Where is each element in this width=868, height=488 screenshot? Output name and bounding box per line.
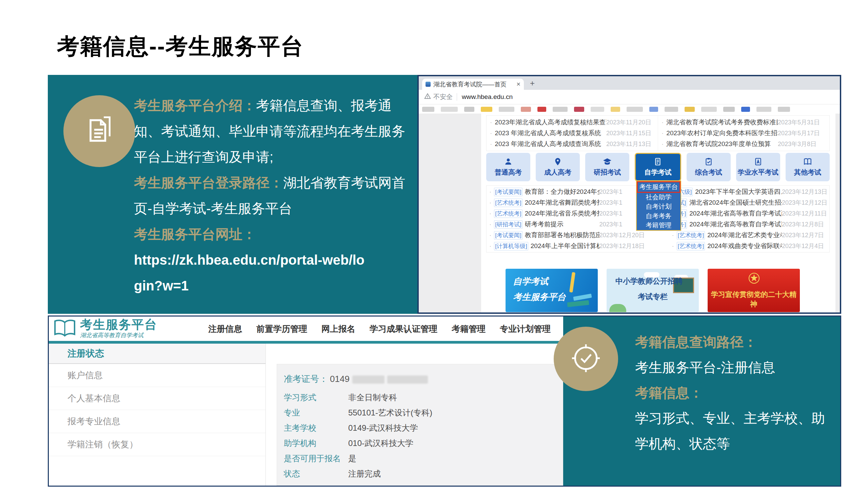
news-title[interactable]: 教育部部署各地积极防范应对低温雨雪冰冻等灾...: [525, 231, 599, 240]
news-title[interactable]: 湖北省2024年全国硕士研究生招生考试温馨提示: [689, 198, 782, 207]
nav-zhuce-xinxi[interactable]: 注册信息: [208, 323, 242, 334]
bookmark-item[interactable]: [553, 107, 568, 112]
portal-logo-text: 考生服务平台 湖北省高等教育自学考试: [80, 319, 157, 339]
tab-yanzhao-kaoshi[interactable]: 研招考试: [585, 153, 629, 181]
nav-kaoji-guanli[interactable]: 考籍管理: [452, 323, 486, 334]
news-link[interactable]: ·2023年湖北省成人高考成绩复核结果查询系统2023年11月20日: [490, 118, 654, 127]
bookmark-item[interactable]: [649, 107, 658, 112]
tab-qita-kaoshi[interactable]: 其他考试: [786, 153, 830, 181]
news-link[interactable]: ·湖北省教育考试院2023年度单位预算2023年3月8日: [662, 140, 826, 148]
bookmark-item[interactable]: [464, 107, 474, 112]
news-link[interactable]: ·[考试要闻]教育部部署各地积极防范应对低温雨雪冰冻等灾...2023年12月2…: [489, 231, 644, 240]
bookmark-item[interactable]: [723, 107, 735, 112]
news-link[interactable]: ·[考试要闻]教育部：全力做好2024年全国研考准备工作2023年1: [489, 187, 644, 196]
bookmark-item[interactable]: [756, 107, 771, 112]
news-link[interactable]: ·[艺术统考]2024年戏曲类专业省际联考考生问答2023年12月4日: [672, 242, 827, 250]
news-title[interactable]: 2023年下半年全国大学英语四、六级考试（湖...: [695, 187, 782, 196]
bookmark-item[interactable]: [627, 107, 643, 112]
bookmark-item[interactable]: [481, 107, 492, 112]
news-date: 2023年12月12日: [782, 199, 827, 207]
tile-label: 综合考试: [695, 168, 722, 177]
kaoji-info-label: 考籍信息：: [635, 380, 834, 406]
news-link[interactable]: ·2023 年湖北省成人高考成绩查询系统2023年11月13日: [490, 140, 654, 148]
news-link[interactable]: ·[艺术统考]2024年湖北省音乐类统考报考须知2023年1: [489, 209, 644, 218]
news-link[interactable]: ·[研招考试]研考考前提示2023年1: [489, 220, 644, 229]
bush-illustration: [609, 304, 626, 312]
news-title[interactable]: 湖北省教育考试院考试考务费收费标准目录清单: [666, 118, 778, 127]
query-path-text: 考籍信息查询路径： 考生服务平台-注册信息 考籍信息： 学习形式、专业、主考学校…: [635, 329, 834, 456]
news-title[interactable]: 2023 年湖北省成人高考成绩复核系统: [495, 129, 606, 138]
tab-chengren-gaokao[interactable]: 成人高考: [536, 153, 580, 181]
sidebar-item-baokao-zhuanye[interactable]: 报考专业信息: [49, 410, 265, 433]
field-label: 状态: [284, 468, 348, 479]
bookmark-item[interactable]: [778, 107, 790, 112]
sidebar-item-zhuce-zhuangtai[interactable]: 注册状态: [49, 344, 265, 364]
news-title[interactable]: 2023 年湖北省成人高考成绩查询系统: [495, 140, 606, 148]
nav-qianzhi-xueli[interactable]: 前置学历管理: [256, 323, 307, 334]
news-title[interactable]: 湖北省教育考试院2023年度单位预算: [666, 140, 778, 148]
news-title[interactable]: 研考考前提示: [525, 220, 599, 229]
bookmark-item[interactable]: [741, 107, 750, 112]
tab-zixue-kaoshi-selected[interactable]: 自学考试: [635, 153, 681, 181]
field-row: 助学机构010-武汉科技大学: [284, 435, 563, 451]
bookmark-item[interactable]: [611, 107, 620, 112]
news-link[interactable]: 考务]2024年湖北省高等教育自学考试面向社会开考专...2023年12月11日: [672, 209, 827, 218]
portal-subtitle: 湖北省高等教育自学考试: [80, 331, 157, 339]
news-title[interactable]: 2024年上半年全国计算机等级考试（湖北考区...: [531, 242, 599, 250]
bookmark-item[interactable]: [537, 107, 546, 112]
menu-item-shehui-zhuxue[interactable]: 社会助学: [637, 193, 680, 202]
news-tag: [艺术统考]: [677, 231, 705, 240]
news-title[interactable]: 2023年湖北省成人高考成绩复核结果查询系统: [495, 118, 606, 127]
news-link[interactable]: ·湖北省教育考试院考试考务费收费标准目录清单2023年5月31日: [662, 118, 826, 127]
news-title[interactable]: 2024年湖北省高等教育自学考试面向社会开考专...: [689, 209, 782, 218]
bookmark-item[interactable]: [665, 107, 678, 112]
tab-zonghe-kaoshi[interactable]: 综合考试: [687, 153, 731, 181]
news-link[interactable]: 四六级]2023年下半年全国大学英语四、六级考试（湖...2023年12月13日: [672, 187, 827, 196]
news-title[interactable]: 2024年湖北省音乐类统考报考须知: [525, 209, 599, 218]
news-link[interactable]: 考试]湖北省2024年全国硕士研究生招生考试温馨提示2023年12月12日: [672, 198, 827, 207]
browser-tab[interactable]: 湖北省教育考试院——首页 ×: [422, 79, 524, 90]
banner-party-spirit[interactable]: 学习宣传贯彻党的二十大精神: [708, 269, 800, 312]
menu-item-zikao-jihua[interactable]: 自考计划: [637, 202, 680, 211]
nav-xuexi-chengguo[interactable]: 学习成果认证管理: [370, 323, 437, 334]
tile-label: 学业水平考试: [738, 168, 778, 177]
banner-teacher-recruit[interactable]: 中小学教师公开招聘 考试专栏: [607, 269, 699, 312]
news-link[interactable]: ·[艺术统考]2024年湖北省舞蹈类统考报考须知2023年1: [489, 198, 644, 207]
tab-close-icon[interactable]: ×: [516, 80, 520, 88]
news-link[interactable]: ·2023年农村订单定向免费本科医学生招录工作通告2023年5月17日: [662, 129, 826, 138]
news-title[interactable]: 2024年湖北省高等教育自学考试部分主考学校面...: [689, 220, 782, 229]
login-path: 考生服务平台登录路径：湖北省教育考试网首页-自学考试-考生服务平台: [134, 170, 409, 221]
bookmark-item[interactable]: [591, 107, 604, 112]
menu-item-kaoji-guanli[interactable]: 考籍管理: [637, 221, 680, 230]
news-title[interactable]: 2024年湖北省艺术类专业考试表（导）演类（服...: [707, 231, 782, 240]
banner-zixue-platform[interactable]: 自学考试 考生服务平台: [506, 269, 598, 312]
news-link[interactable]: ·[计算机等级]2024年上半年全国计算机等级考试（湖北考区...2023年12…: [489, 242, 644, 250]
menu-item-zikao-kaowu[interactable]: 自考考务: [637, 211, 680, 221]
sidebar-item-xueji-zhuxiao[interactable]: 学籍注销（恢复）: [49, 433, 265, 456]
tab-putong-gaokao[interactable]: 普通高考: [486, 153, 530, 181]
new-tab-button[interactable]: +: [530, 79, 535, 88]
bookmark-item[interactable]: [574, 107, 584, 112]
news-title[interactable]: 2024年湖北省舞蹈类统考报考须知: [525, 198, 599, 207]
news-title[interactable]: 2023年农村订单定向免费本科医学生招录工作通告: [666, 129, 778, 138]
news-link[interactable]: ·[艺术统考]2024年湖北省艺术类专业考试表（导）演类（服...2023年12…: [672, 231, 827, 240]
sidebar-item-geren-jiben[interactable]: 个人基本信息: [49, 387, 265, 410]
portal-nav: 注册信息 前置学历管理 网上报名 学习成果认证管理 考籍管理 专业计划管理: [208, 323, 551, 334]
sidebar-item-zhanghu-xinxi[interactable]: 账户信息: [49, 364, 265, 387]
news-link[interactable]: 考务]2024年湖北省高等教育自学考试部分主考学校面...2023年12月8日: [672, 220, 827, 229]
news-title[interactable]: 教育部：全力做好2024年全国研考准备工作: [525, 187, 599, 196]
tab-xueye-shuiping[interactable]: 学业水平考试: [736, 153, 780, 181]
bookmark-item[interactable]: [521, 107, 531, 112]
news-link[interactable]: ·2023 年湖北省成人高考成绩复核系统2023年11月15日: [490, 129, 654, 138]
bookmark-item[interactable]: [441, 107, 458, 112]
browser-address-bar[interactable]: 不安全 www.hbea.edu.cn: [419, 90, 840, 104]
nav-wangshang-baoming[interactable]: 网上报名: [321, 323, 355, 334]
menu-item-kaosheng-fuwu-pingtai[interactable]: 考生服务平台: [637, 181, 680, 193]
bookmark-item[interactable]: [701, 107, 717, 112]
bookmark-item[interactable]: [499, 107, 514, 112]
news-title[interactable]: 2024年戏曲类专业省际联考考生问答: [707, 242, 782, 250]
bookmark-item[interactable]: [685, 107, 695, 112]
bookmark-item[interactable]: [422, 107, 434, 112]
news-date: 2023年12月11日: [782, 209, 827, 218]
nav-zhuanye-jihua[interactable]: 专业计划管理: [500, 323, 551, 334]
